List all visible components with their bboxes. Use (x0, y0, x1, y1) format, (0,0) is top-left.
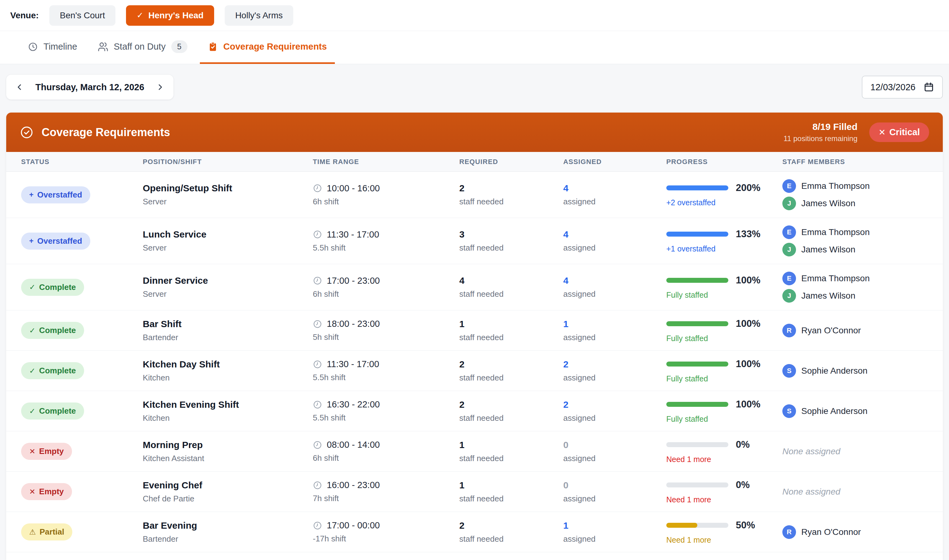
status-badge: + Overstaffed (21, 186, 90, 203)
assigned-caption: assigned (563, 494, 666, 503)
tab-label: Staff on Duty (114, 42, 166, 52)
status-label: Overstaffed (37, 190, 82, 200)
page-content: Thursday, March 12, 2026 12/03/2026 Cove… (0, 64, 949, 560)
tab-timeline[interactable]: Timeline (20, 31, 85, 64)
shift-duration: 6h shift (313, 289, 459, 299)
assigned-cell: 4 assigned (563, 275, 666, 299)
assigned-count[interactable]: 4 (563, 229, 666, 240)
progress-bar (666, 523, 728, 528)
status-cell: ✕ Empty (21, 483, 143, 500)
assigned-caption: assigned (563, 413, 666, 423)
staff-member: EEmma Thompson (782, 225, 943, 239)
progress-percent: 133% (736, 229, 760, 240)
time-cell: 17:00 - 00:00 -17h shift (313, 520, 459, 543)
tab-bar: Timeline Staff on Duty 5 Coverage Requir… (0, 31, 949, 64)
shift-role: Bartender (143, 333, 313, 342)
clock-icon (313, 360, 322, 369)
status-icon: ✓ (29, 366, 35, 375)
required-count: 2 (459, 359, 563, 369)
progress-note: Fully staffed (666, 374, 782, 383)
assigned-caption: assigned (563, 289, 666, 299)
shift-title: Morning Prep (143, 440, 313, 450)
assigned-count[interactable]: 2 (563, 359, 666, 369)
assigned-caption: assigned (563, 534, 666, 544)
time-range: 10:00 - 16:00 (327, 183, 380, 194)
status-icon: ✓ (29, 407, 35, 415)
status-badge: ✓ Complete (21, 362, 84, 379)
status-icon: ✕ (29, 488, 35, 496)
next-day-button[interactable] (151, 78, 169, 96)
clock-icon (313, 230, 322, 239)
table-row: ⚠ Partial Bar Evening Bartender 17:00 - … (6, 512, 943, 552)
avatar: R (782, 324, 796, 337)
staff-name: Emma Thompson (801, 274, 870, 283)
progress-percent: 0% (736, 479, 750, 491)
progress-note: +2 overstaffed (666, 198, 782, 207)
clock-icon (28, 42, 38, 52)
status-cell: ⚠ Partial (21, 523, 143, 540)
staff-name: James Wilson (801, 291, 855, 301)
previous-day-button[interactable] (11, 78, 29, 96)
table-body: + Overstaffed Opening/Setup Shift Server… (6, 172, 943, 552)
status-badge: ✕ Empty (21, 483, 72, 500)
status-label: Empty (39, 487, 63, 497)
required-caption: staff needed (459, 454, 563, 463)
progress-bar-fill (666, 278, 728, 283)
position-cell: Bar Evening Bartender (143, 520, 313, 544)
assigned-count[interactable]: 4 (563, 183, 666, 194)
avatar: J (782, 243, 796, 257)
venue-button-hollys-arms[interactable]: Holly's Arms (225, 5, 293, 26)
staff-members-cell: None assigned (782, 487, 943, 497)
progress-percent: 100% (736, 275, 760, 286)
required-count: 1 (459, 440, 563, 450)
required-count: 1 (459, 480, 563, 491)
required-caption: staff needed (459, 289, 563, 299)
staff-member: SSophie Anderson (782, 364, 943, 378)
status-icon: ✓ (29, 326, 35, 335)
venue-button-henrys-head[interactable]: ✓ Henry's Head (126, 5, 214, 26)
date-picker-input[interactable]: 12/03/2026 (862, 75, 943, 98)
shift-duration: 5.5h shift (313, 413, 459, 423)
required-caption: staff needed (459, 333, 563, 342)
position-cell: Opening/Setup Shift Server (143, 183, 313, 206)
progress-bar-fill (666, 402, 728, 407)
venue-button-label: Henry's Head (148, 11, 204, 20)
status-label: Complete (39, 406, 76, 416)
status-cell: + Overstaffed (21, 186, 143, 203)
assigned-count[interactable]: 1 (563, 520, 666, 531)
staff-members-cell: SSophie Anderson (782, 405, 943, 418)
table-row: ✓ Complete Bar Shift Bartender 18:00 - 2… (6, 311, 943, 351)
shift-role: Kitchen (143, 373, 313, 383)
venue-button-bens-court[interactable]: Ben's Court (49, 5, 116, 26)
column-header-staff-members: STAFF MEMBERS (782, 158, 943, 166)
shift-role: Kitchen Assistant (143, 454, 313, 463)
progress-cell: 100% Fully staffed (666, 358, 782, 383)
progress-bar-fill (666, 523, 697, 528)
required-count: 3 (459, 229, 563, 240)
staff-member: RRyan O'Connor (782, 525, 943, 539)
progress-note: Fully staffed (666, 415, 782, 423)
required-cell: 3 staff needed (459, 229, 563, 253)
avatar: E (782, 225, 796, 239)
progress-bar-fill (666, 362, 728, 366)
filled-count: 8/19 Filled (784, 122, 858, 132)
table-row: ✕ Empty Evening Chef Chef de Partie 16:0… (6, 472, 943, 512)
status-cell: ✕ Empty (21, 443, 143, 460)
tab-coverage-requirements[interactable]: Coverage Requirements (200, 31, 335, 64)
staff-name: Emma Thompson (801, 227, 870, 237)
clock-icon (313, 440, 322, 449)
tab-staff-on-duty[interactable]: Staff on Duty 5 (89, 31, 196, 64)
assigned-count[interactable]: 1 (563, 319, 666, 329)
assigned-count[interactable]: 4 (563, 275, 666, 286)
status-cell: ✓ Complete (21, 322, 143, 339)
status-badge: ✓ Complete (21, 279, 84, 296)
required-caption: staff needed (459, 534, 563, 544)
progress-bar-fill (666, 185, 728, 191)
status-cell: ✓ Complete (21, 403, 143, 420)
shift-title: Kitchen Day Shift (143, 359, 313, 369)
calendar-icon (924, 82, 934, 92)
progress-cell: 0% Need 1 more (666, 479, 782, 504)
column-header-assigned: ASSIGNED (563, 158, 666, 166)
clock-icon (313, 183, 322, 193)
assigned-count[interactable]: 2 (563, 399, 666, 410)
